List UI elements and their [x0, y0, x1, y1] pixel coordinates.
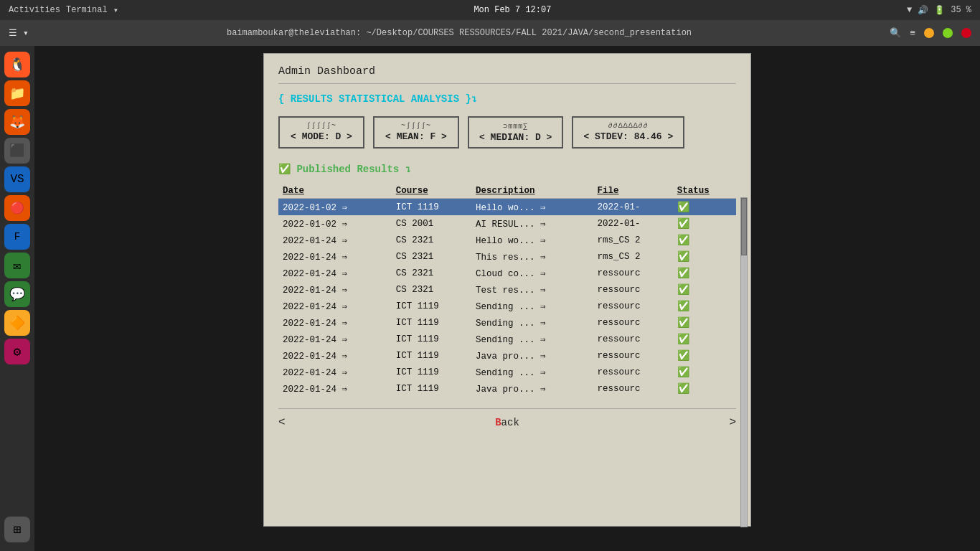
published-results-header: ✅ Published Results ↴	[278, 163, 736, 175]
table-row[interactable]: 2022-01-24 ⇒ ICT 1119 Sending ... ⇒ ress…	[278, 298, 736, 314]
status-checkmark: ✅	[677, 268, 689, 279]
cell-file: ressourc	[593, 364, 672, 380]
cell-date: 2022-01-24 ⇒	[278, 232, 392, 248]
sidebar-icon-flutter[interactable]: F	[4, 224, 30, 250]
sidebar-icon-vlc[interactable]: 🔶	[4, 310, 30, 336]
cell-description: Test res... ⇒	[471, 281, 593, 298]
cell-date: 2022-01-24 ⇒	[278, 265, 392, 281]
titlebar-dropdown-icon[interactable]: ▾	[23, 27, 29, 39]
sidebar-icon-settings[interactable]: ⚙️	[4, 339, 30, 364]
back-button[interactable]: Back	[495, 417, 519, 428]
median-stat-box[interactable]: ⊃mmm∑ < MEDIAN: D >	[468, 116, 563, 149]
search-icon[interactable]: 🔍	[890, 27, 901, 39]
status-checkmark: ✅	[677, 383, 689, 395]
terminal-titlebar: ☰ ▾ baimamboukar@theleviathan: ~/Desktop…	[0, 20, 980, 46]
close-button[interactable]	[961, 28, 971, 38]
sidebar-icon-firefox[interactable]: 🦊	[4, 109, 30, 135]
mode-decoration: ∫∫∫∫∫~	[290, 122, 353, 130]
cell-status: ✅	[673, 314, 736, 331]
scrollbar-track[interactable]	[740, 197, 748, 527]
cell-description: AI RESUL... ⇒	[471, 215, 593, 232]
cell-status: ✅	[673, 331, 736, 347]
main-content: Admin Dashboard { RESULTS STATISTICAL AN…	[34, 46, 980, 551]
cell-description: Cloud co... ⇒	[471, 265, 593, 281]
battery-label: 35 %	[951, 5, 971, 15]
table-row[interactable]: 2022-01-24 ⇒ CS 2321 Cloud co... ⇒ resso…	[278, 265, 736, 281]
status-checkmark: ✅	[677, 334, 689, 345]
cell-file: ressourc	[593, 380, 672, 397]
sidebar-icon-files[interactable]: 📁	[4, 80, 30, 106]
app-window: Admin Dashboard { RESULTS STATISTICAL AN…	[263, 53, 751, 527]
bottom-nav: < Back >	[278, 408, 736, 429]
cell-date: 2022-01-24 ⇒	[278, 281, 392, 298]
cell-date: 2022-01-02 ⇒	[278, 199, 392, 216]
table-row[interactable]: 2022-01-24 ⇒ CS 2321 Test res... ⇒ resso…	[278, 281, 736, 298]
cell-status: ✅	[673, 347, 736, 364]
cell-date: 2022-01-24 ⇒	[278, 347, 392, 364]
cell-file: 2022-01-	[593, 215, 672, 232]
cell-description: This res... ⇒	[471, 248, 593, 265]
cell-date: 2022-01-24 ⇒	[278, 331, 392, 347]
table-row[interactable]: 2022-01-24 ⇒ ICT 1119 Sending ... ⇒ ress…	[278, 364, 736, 380]
status-checkmark: ✅	[677, 350, 689, 362]
table-row[interactable]: 2022-01-24 ⇒ ICT 1119 Sending ... ⇒ ress…	[278, 331, 736, 347]
col-description: Description	[471, 184, 593, 199]
stdev-stat-box[interactable]: ∂∂ΔΔΔΔ∂∂ < STDEV: 84.46 >	[572, 116, 684, 149]
sidebar-icon-grid[interactable]: ⊞	[4, 517, 30, 542]
cell-course: ICT 1119	[392, 364, 471, 380]
terminal-path: baimamboukar@theleviathan: ~/Desktop/COU…	[29, 28, 890, 38]
cell-status: ✅	[673, 199, 736, 216]
titlebar-left: ☰ ▾	[9, 27, 29, 39]
table-row[interactable]: 2022-01-24 ⇒ ICT 1119 Java pro... ⇒ ress…	[278, 347, 736, 364]
cell-status: ✅	[673, 298, 736, 314]
terminal-menu-icon[interactable]: ☰	[9, 27, 17, 39]
table-row[interactable]: 2022-01-24 ⇒ ICT 1119 Sending ... ⇒ ress…	[278, 314, 736, 331]
cell-course: CS 2321	[392, 232, 471, 248]
wifi-icon: ▼	[907, 5, 912, 15]
cell-date: 2022-01-24 ⇒	[278, 314, 392, 331]
table-row[interactable]: 2022-01-02 ⇒ CS 2001 AI RESUL... ⇒ 2022-…	[278, 215, 736, 232]
minimize-button[interactable]	[924, 28, 934, 38]
menu-icon[interactable]: ≡	[910, 28, 915, 39]
terminal-dropdown-icon[interactable]: ▾	[113, 5, 118, 16]
cell-date: 2022-01-02 ⇒	[278, 215, 392, 232]
terminal-label[interactable]: Terminal	[66, 5, 108, 15]
cell-course: CS 2001	[392, 215, 471, 232]
cell-course: ICT 1119	[392, 199, 471, 216]
cell-status: ✅	[673, 380, 736, 397]
table-row[interactable]: 2022-01-02 ⇒ ICT 1119 Hello wo... ⇒ 2022…	[278, 199, 736, 216]
cell-description: Sending ... ⇒	[471, 331, 593, 347]
cell-file: ressourc	[593, 331, 672, 347]
sidebar-icon-vscode[interactable]: VS	[4, 166, 30, 192]
cell-file: ressourc	[593, 265, 672, 281]
sidebar-icon-ubuntu[interactable]: 🐧	[4, 52, 30, 77]
datetime-label: Mon Feb 7 12:07	[473, 5, 551, 15]
cell-file: ressourc	[593, 347, 672, 364]
cell-status: ✅	[673, 281, 736, 298]
next-button[interactable]: >	[729, 416, 736, 429]
cell-course: ICT 1119	[392, 314, 471, 331]
cell-course: CS 2321	[392, 265, 471, 281]
system-topbar: Activities Terminal ▾ Mon Feb 7 12:07 ▼ …	[0, 0, 980, 20]
topbar-right: ▼ 🔊 🔋 35 %	[907, 5, 971, 16]
sidebar: 🐧 📁 🦊 ⬛ VS 🔴 F ✉️ 💬 🔶 ⚙️ ⊞	[0, 46, 34, 551]
scrollbar-thumb[interactable]	[741, 198, 747, 255]
mean-stat-box[interactable]: ~∫∫∫∫~ < MEAN: F >	[373, 116, 459, 149]
cell-course: CS 2321	[392, 281, 471, 298]
table-row[interactable]: 2022-01-24 ⇒ CS 2321 Hello wo... ⇒ rms_C…	[278, 232, 736, 248]
results-table: Date Course Description File Status 2022…	[278, 184, 736, 397]
cell-course: ICT 1119	[392, 298, 471, 314]
prev-button[interactable]: <	[278, 416, 286, 429]
col-course: Course	[392, 184, 471, 199]
sidebar-icon-terminal[interactable]: ⬛	[4, 138, 30, 164]
cell-status: ✅	[673, 232, 736, 248]
sidebar-icon-whatsapp[interactable]: 💬	[4, 281, 30, 307]
maximize-button[interactable]	[943, 28, 953, 38]
table-row[interactable]: 2022-01-24 ⇒ CS 2321 This res... ⇒ rms_C…	[278, 248, 736, 265]
status-checkmark: ✅	[677, 317, 689, 329]
mode-stat-box[interactable]: ∫∫∫∫∫~ < MODE: D >	[278, 116, 364, 149]
table-row[interactable]: 2022-01-24 ⇒ ICT 1119 Java pro... ⇒ ress…	[278, 380, 736, 397]
activities-label[interactable]: Activities	[9, 5, 60, 15]
sidebar-icon-chrome[interactable]: 🔴	[4, 195, 30, 221]
sidebar-icon-email[interactable]: ✉️	[4, 253, 30, 278]
